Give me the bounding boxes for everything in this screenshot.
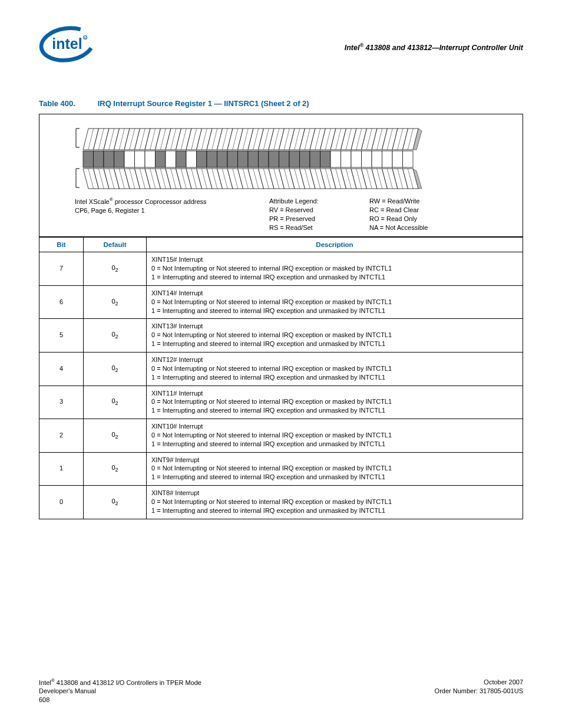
svg-rect-65 — [289, 151, 300, 167]
description-cell: XINT13# Interrupt0 = Not Interrupting or… — [147, 319, 523, 353]
register-bitfield-diagram — [75, 125, 434, 195]
table-row: 302XINT11# Interrupt0 = Not Interrupting… — [39, 386, 523, 419]
table-row: 602XINT14# Interrupt0 = Not Interrupting… — [39, 285, 523, 319]
svg-rect-83 — [351, 151, 362, 167]
col-header-bit: Bit — [39, 238, 84, 252]
svg-rect-23 — [145, 151, 156, 167]
table-caption: Table 400. IRQ Interrupt Source Register… — [39, 99, 523, 108]
svg-rect-35 — [186, 151, 197, 167]
svg-rect-71 — [310, 151, 320, 167]
default-cell: 02 — [84, 452, 147, 486]
svg-rect-68 — [300, 151, 310, 167]
description-cell: XINT11# Interrupt0 = Not Interrupting or… — [147, 386, 523, 419]
header-title: Intel® 413808 and 413812—Interrupt Contr… — [345, 26, 523, 52]
svg-rect-62 — [279, 151, 290, 167]
table-row: 502XINT13# Interrupt0 = Not Interrupting… — [39, 319, 523, 353]
default-cell: 02 — [84, 285, 147, 319]
diagram-legend: Intel XScale® processor Coprocessor addr… — [75, 197, 505, 232]
page-footer: Intel® 413808 and 413812 I/O Controllers… — [39, 678, 523, 704]
bit-cell: 4 — [39, 352, 84, 386]
svg-rect-14 — [114, 151, 125, 167]
svg-rect-17 — [124, 151, 135, 167]
default-cell: 02 — [84, 419, 147, 453]
svg-rect-38 — [197, 151, 207, 167]
table-row: 202XINT10# Interrupt0 = Not Interrupting… — [39, 419, 523, 453]
bit-cell: 1 — [39, 452, 84, 486]
svg-rect-29 — [166, 151, 176, 167]
default-cell: 02 — [84, 486, 147, 519]
bit-description-table: Bit Default Description 702XINT15# Inter… — [39, 237, 523, 518]
svg-text:R: R — [84, 37, 86, 39]
col-header-default: Default — [84, 238, 147, 252]
svg-rect-98 — [403, 151, 414, 167]
svg-rect-41 — [207, 151, 217, 167]
register-table-container: Intel XScale® processor Coprocessor addr… — [39, 114, 523, 519]
table-row: 702XINT15# Interrupt0 = Not Interrupting… — [39, 252, 523, 286]
svg-rect-44 — [217, 151, 228, 167]
svg-rect-26 — [156, 151, 166, 167]
svg-rect-86 — [362, 151, 372, 167]
description-cell: XINT15# Interrupt0 = Not Interrupting or… — [147, 252, 523, 286]
table-row: 402XINT12# Interrupt0 = Not Interrupting… — [39, 352, 523, 386]
col-header-description: Description — [147, 238, 523, 252]
bit-cell: 3 — [39, 386, 84, 419]
description-cell: XINT14# Interrupt0 = Not Interrupting or… — [147, 285, 523, 319]
svg-rect-5 — [83, 151, 94, 167]
svg-rect-20 — [135, 151, 146, 167]
bit-cell: 7 — [39, 252, 84, 286]
svg-rect-50 — [238, 151, 249, 167]
page-header: intel R Intel® 413808 and 413812—Interru… — [39, 26, 523, 79]
intel-logo: intel R — [39, 26, 95, 64]
default-cell: 02 — [84, 252, 147, 286]
svg-rect-80 — [341, 151, 352, 167]
table-row: 102XINT9# Interrupt0 = Not Interrupting … — [39, 452, 523, 486]
svg-rect-47 — [227, 151, 238, 167]
table-number: Table 400. — [39, 99, 95, 108]
svg-rect-56 — [259, 151, 269, 167]
bit-cell: 2 — [39, 419, 84, 453]
description-cell: XINT10# Interrupt0 = Not Interrupting or… — [147, 419, 523, 453]
bit-cell: 0 — [39, 486, 84, 519]
svg-rect-59 — [269, 151, 279, 167]
bit-cell: 5 — [39, 319, 84, 353]
svg-rect-32 — [176, 151, 187, 167]
svg-rect-53 — [248, 151, 259, 167]
default-cell: 02 — [84, 352, 147, 386]
svg-rect-77 — [330, 151, 341, 167]
description-cell: XINT12# Interrupt0 = Not Interrupting or… — [147, 352, 523, 386]
svg-rect-11 — [104, 151, 114, 167]
default-cell: 02 — [84, 386, 147, 419]
svg-rect-89 — [372, 151, 382, 167]
register-diagram-area: Intel XScale® processor Coprocessor addr… — [39, 114, 523, 237]
description-cell: XINT8# Interrupt0 = Not Interrupting or … — [147, 486, 523, 519]
bit-cell: 6 — [39, 285, 84, 319]
default-cell: 02 — [84, 319, 147, 353]
svg-rect-92 — [382, 151, 393, 167]
svg-rect-8 — [94, 151, 104, 167]
svg-text:intel: intel — [52, 35, 82, 52]
svg-rect-74 — [320, 151, 331, 167]
description-cell: XINT9# Interrupt0 = Not Interrupting or … — [147, 452, 523, 486]
table-row: 002XINT8# Interrupt0 = Not Interrupting … — [39, 486, 523, 519]
table-title: IRQ Interrupt Source Register 1 — IINTSR… — [98, 99, 309, 108]
svg-rect-95 — [392, 151, 403, 167]
